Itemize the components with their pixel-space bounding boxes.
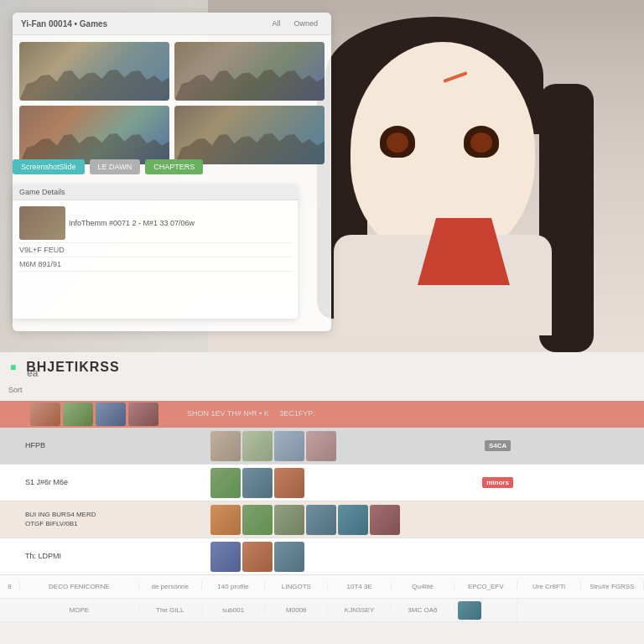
building-2 bbox=[174, 59, 325, 101]
ui-panel-header: Yi-Fan 00014 • Games All Owned bbox=[13, 13, 331, 35]
row-5-c7: Ure Cr8FTi bbox=[517, 581, 580, 592]
table-row-4[interactable]: Th: LDPMI bbox=[0, 538, 644, 575]
sub-row3-text: M6M 891/91 bbox=[19, 260, 61, 268]
header-thumb-2 bbox=[63, 402, 93, 426]
row-2-img-1 bbox=[210, 468, 241, 498]
game-thumb-2[interactable] bbox=[174, 42, 325, 101]
game-grid bbox=[13, 35, 331, 171]
sub-thumb-1 bbox=[19, 206, 65, 240]
row-4-platform bbox=[450, 555, 546, 558]
row-3-img-1 bbox=[210, 505, 241, 535]
building-1 bbox=[19, 59, 169, 101]
row-2-img-2 bbox=[242, 468, 273, 498]
eye-left bbox=[380, 126, 415, 158]
row-5-num: 8 bbox=[0, 581, 20, 592]
sub-panel: Game Details InfoThemm #0071 2 - M#1 33 … bbox=[13, 184, 298, 319]
row-1-img-1 bbox=[210, 431, 241, 461]
row-1-platform: S4CA bbox=[450, 439, 546, 453]
top-section: Yi-Fan 00014 • Games All Owned Screensho… bbox=[0, 0, 644, 352]
sub-row-1: InfoThemm #0071 2 - M#1 33 07/06w bbox=[18, 204, 293, 243]
sub-row2-text: V9L+F FEUD bbox=[19, 246, 65, 254]
tab-owned[interactable]: Owned bbox=[288, 18, 323, 29]
row-6-c8 bbox=[581, 609, 644, 612]
game-thumb-1[interactable] bbox=[19, 42, 169, 101]
row-5-c1: de personne bbox=[139, 581, 202, 592]
le-dawn-btn[interactable]: LE DAWN bbox=[90, 159, 141, 174]
row-1-img-2 bbox=[242, 431, 273, 461]
row-1-img-3 bbox=[274, 431, 304, 461]
row-1-img-4 bbox=[306, 431, 336, 461]
row-2-release bbox=[545, 481, 644, 485]
row-6-c5: 3MC OA6 bbox=[392, 605, 454, 615]
action-buttons: ScreenshotSlide LE DAWN CHAPTERS bbox=[13, 159, 203, 174]
ui-panel-title: Yi-Fan 00014 • Games bbox=[21, 19, 107, 29]
section-header-row: ■ BHJETIKRSS bbox=[0, 352, 644, 382]
row-2-images bbox=[207, 466, 450, 500]
row-3-img-2 bbox=[242, 505, 273, 535]
row-2-title: S1 J#6r M6e bbox=[20, 475, 207, 491]
row-5-c6: EPCO_EFV bbox=[454, 581, 517, 592]
tab-all[interactable]: All bbox=[267, 18, 285, 29]
table-row-2[interactable]: S1 J#6r M6e minors bbox=[0, 465, 644, 501]
main-table: SHON 1EV TH# N•R • K 3EC1FYP: HFPB S4CA bbox=[0, 401, 644, 644]
platform-badge-2: minors bbox=[482, 477, 513, 488]
row-4-title: Th: LDPMI bbox=[20, 548, 207, 565]
section-icon-char: ■ bbox=[10, 361, 16, 373]
table-row-3[interactable]: BUI ING BURS4 MERDOTGF BIFLV/0B1 bbox=[0, 501, 644, 538]
row-6-c2: sub001 bbox=[202, 605, 265, 615]
row-4-images bbox=[207, 540, 450, 574]
row-5-title: DECO FENICORNE bbox=[20, 581, 139, 592]
game-thumb-3[interactable] bbox=[19, 106, 169, 164]
chapters-btn[interactable]: CHAPTERS bbox=[145, 159, 203, 174]
sub-row-2: V9L+F FEUD bbox=[18, 243, 293, 257]
row-2-platform: minors bbox=[450, 475, 546, 490]
row-6-c3: M0008 bbox=[265, 605, 328, 615]
row-6-title: MOPE bbox=[20, 605, 139, 615]
row-6-c6 bbox=[454, 600, 517, 621]
header-thumb-3 bbox=[96, 402, 126, 426]
ui-panel-tabs: All Owned bbox=[267, 18, 323, 29]
screenshot-btn[interactable]: ScreenshotSlide bbox=[13, 159, 85, 174]
platform-badge-1: S4CA bbox=[485, 440, 511, 451]
header-thumb-1 bbox=[30, 402, 60, 426]
clothing bbox=[334, 235, 552, 335]
row-4-img-2 bbox=[242, 542, 273, 572]
sub-panel-title: Game Details bbox=[19, 188, 65, 196]
sub-info-1: InfoThemm #0071 2 - M#1 33 07/06w bbox=[69, 218, 291, 229]
eye-right bbox=[464, 126, 499, 158]
table-row-1[interactable]: HFPB S4CA bbox=[0, 428, 644, 465]
row-4-release bbox=[545, 555, 644, 558]
sub-panel-header: Game Details bbox=[13, 184, 298, 200]
row-6-img bbox=[458, 601, 481, 620]
table-row-6[interactable]: MOPE The GILL sub001 M0008 KJN3SEY 3MC O… bbox=[0, 599, 644, 622]
bottom-content: Sort SHON 1EV TH# N•R • K 3EC1FYP: bbox=[0, 382, 644, 644]
game-thumb-4[interactable] bbox=[174, 106, 325, 164]
bottom-section: ■ BHJETIKRSS Sort SHON 1EV TH# N•R • K 3… bbox=[0, 352, 644, 644]
building-4 bbox=[174, 122, 325, 164]
anime-face bbox=[309, 17, 594, 335]
sub-panel-body: InfoThemm #0071 2 - M#1 33 07/06w V9L+F … bbox=[13, 200, 298, 275]
row-3-img-6 bbox=[370, 505, 400, 535]
row-5-c2: 140 profile bbox=[202, 581, 265, 592]
header-info: SHON 1EV TH# N•R • K 3EC1FYP: bbox=[182, 408, 415, 421]
row-6-c1: The GILL bbox=[139, 605, 202, 615]
header-thumb-4 bbox=[128, 402, 158, 426]
row-3-img-5 bbox=[338, 505, 368, 535]
row-6-c4: KJN3SEY bbox=[328, 605, 391, 615]
row-5-c8: Stru#e FGRSS bbox=[581, 581, 644, 592]
section-big-title: BHJETIKRSS bbox=[26, 360, 119, 375]
row-5-c3: LINGOTS bbox=[265, 581, 328, 592]
sub-row-3: M6M 891/91 bbox=[18, 257, 293, 272]
row-2-img-3 bbox=[274, 468, 304, 498]
table-header: SHON 1EV TH# N•R • K 3EC1FYP: bbox=[0, 401, 644, 428]
row-1-title: HFPB bbox=[20, 438, 207, 454]
row-3-platform bbox=[450, 518, 546, 522]
sort-label: Sort bbox=[8, 386, 23, 394]
row-3-img-4 bbox=[306, 505, 336, 535]
row-3-release bbox=[545, 518, 644, 522]
row-5-c4: 10T4 3E bbox=[328, 581, 391, 592]
row-6-c7 bbox=[517, 609, 580, 612]
table-row-5[interactable]: 8 DECO FENICORNE de personne 140 profile… bbox=[0, 575, 644, 599]
row-4-img-3 bbox=[274, 542, 304, 572]
row-3-img-3 bbox=[274, 505, 304, 535]
